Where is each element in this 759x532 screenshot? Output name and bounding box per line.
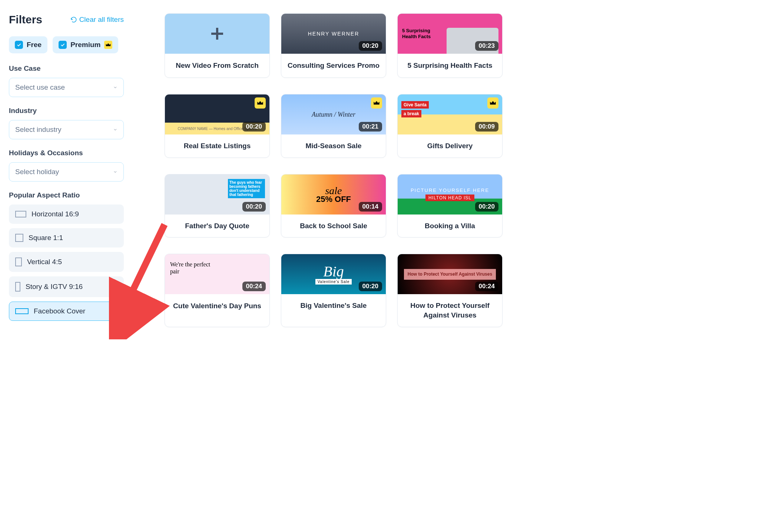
duration-badge: 00:24 (475, 282, 498, 291)
aspect-ratio-list: Horizontal 16:9 Square 1:1 Vertical 4:5 … (9, 205, 124, 321)
card-title: Back to School Sale (281, 215, 386, 237)
checkbox-checked-icon (59, 41, 67, 49)
clear-all-filters-button[interactable]: Clear all filters (70, 16, 124, 24)
ratio-square[interactable]: Square 1:1 (9, 228, 124, 247)
filters-title: Filters (9, 13, 42, 26)
duration-badge: 00:23 (475, 41, 498, 51)
chevron-down-icon (113, 170, 117, 174)
duration-badge: 00:20 (242, 202, 266, 212)
card-title: Consulting Services Promo (281, 54, 386, 77)
card-thumbnail: sale 25% OFF 00:14 (281, 174, 386, 215)
card-title: Gifts Delivery (398, 134, 502, 157)
industry-placeholder: Select industry (15, 126, 62, 134)
chevron-down-icon (113, 127, 117, 132)
template-card[interactable]: COMPANY NAME — Homes and Office Spaces 0… (165, 94, 270, 158)
crown-icon (487, 97, 498, 109)
template-card[interactable]: Big Valentine's Sale 00:20 Big Valentine… (281, 254, 386, 327)
duration-badge: 00:20 (475, 202, 498, 212)
thumb-text: The guys who fear becoming fathers don't… (228, 179, 265, 198)
checkbox-checked-icon (15, 41, 23, 49)
ratio-label: Horizontal 16:9 (32, 210, 79, 218)
ratio-label: Facebook Cover (34, 307, 85, 315)
template-card[interactable]: How to Protect Yourself Against Viruses … (397, 254, 503, 327)
filters-header: Filters Clear all filters (9, 13, 124, 26)
duration-badge: 00:20 (359, 282, 382, 291)
ratio-shape-icon (15, 282, 20, 292)
thumb-text: How to Protect Yourself Against Viruses (404, 269, 496, 280)
template-card[interactable]: The guys who fear becoming fathers don't… (165, 174, 270, 238)
card-thumbnail: Autumn / Winter 00:21 (281, 94, 386, 134)
thumb-text: HILTON HEAD ISL (425, 194, 474, 201)
ratio-horizontal[interactable]: Horizontal 16:9 (9, 205, 124, 224)
holidays-select[interactable]: Select holiday (9, 162, 124, 182)
card-thumbnail: 5 Surprising Health Facts 00:23 (398, 14, 502, 54)
duration-badge: 00:14 (359, 202, 382, 212)
use-case-select[interactable]: Select use case (9, 78, 124, 97)
card-thumbnail: How to Protect Yourself Against Viruses … (398, 254, 502, 294)
crown-icon (104, 41, 112, 49)
card-title: Booking a Villa (398, 215, 502, 237)
thumb-text: Give Santa (401, 101, 429, 109)
refresh-icon (70, 16, 77, 23)
ratio-shape-icon (15, 211, 26, 217)
pricing-filter-row: Free Premium (9, 36, 124, 53)
card-thumbnail: PICTURE YOURSELF HERE HILTON HEAD ISL 00… (398, 174, 502, 215)
ratio-facebook-cover[interactable]: Facebook Cover f (9, 302, 124, 321)
template-card[interactable]: 5 Surprising Health Facts 00:23 5 Surpri… (397, 13, 503, 78)
thumb-text: Big (323, 264, 344, 279)
template-card[interactable]: PICTURE YOURSELF HERE HILTON HEAD ISL 00… (397, 174, 503, 238)
use-case-label: Use Case (9, 64, 124, 73)
duration-badge: 00:20 (359, 41, 382, 51)
thumb-text: 25% OFF (316, 194, 351, 204)
crown-icon (255, 97, 266, 109)
card-thumbnail: HENRY WERNER 00:20 (281, 14, 386, 54)
card-title: Real Estate Listings (165, 134, 269, 157)
template-card[interactable]: Give Santa a break 00:09 Gifts Delivery (397, 94, 503, 158)
ratio-story[interactable]: Story & IGTV 9:16 (9, 276, 124, 297)
holidays-label: Holidays & Occasions (9, 149, 124, 157)
card-thumbnail (165, 14, 269, 54)
industry-label: Industry (9, 107, 124, 115)
premium-filter-chip[interactable]: Premium (53, 36, 118, 53)
facebook-icon: f (109, 307, 117, 315)
filters-sidebar: Filters Clear all filters Free Premium U… (9, 13, 124, 327)
premium-label: Premium (70, 41, 100, 49)
card-title: Mid-Season Sale (281, 134, 386, 157)
thumb-text: We're the perfect pair (170, 261, 215, 275)
crown-icon (371, 97, 382, 109)
card-title: Cute Valentine's Day Puns (165, 294, 269, 318)
card-thumbnail: The guys who fear becoming fathers don't… (165, 174, 269, 215)
card-thumbnail: Give Santa a break 00:09 (398, 94, 502, 134)
use-case-placeholder: Select use case (15, 83, 65, 92)
aspect-ratio-label: Popular Aspect Ratio (9, 191, 124, 199)
duration-badge: 00:21 (359, 122, 382, 132)
thumb-text: PICTURE YOURSELF HERE (411, 187, 489, 193)
card-thumbnail: We're the perfect pair 00:24 (165, 254, 269, 294)
thumb-text: a break (401, 110, 421, 117)
card-title: Father's Day Quote (165, 215, 269, 237)
ratio-shape-icon (15, 308, 29, 314)
template-card-new-scratch[interactable]: New Video From Scratch (165, 13, 270, 78)
card-thumbnail: Big Valentine's Sale 00:20 (281, 254, 386, 294)
ratio-vertical[interactable]: Vertical 4:5 (9, 252, 124, 272)
clear-all-label: Clear all filters (79, 16, 124, 24)
template-card[interactable]: HENRY WERNER 00:20 Consulting Services P… (281, 13, 386, 78)
plus-icon (208, 25, 226, 43)
template-card[interactable]: We're the perfect pair 00:24 Cute Valent… (165, 254, 270, 327)
duration-badge: 00:20 (242, 122, 266, 132)
card-title: 5 Surprising Health Facts (398, 54, 502, 77)
template-card[interactable]: Autumn / Winter 00:21 Mid-Season Sale (281, 94, 386, 158)
template-grid: New Video From Scratch HENRY WERNER 00:2… (165, 13, 503, 327)
thumb-text: 5 Surprising Health Facts (402, 28, 435, 39)
free-label: Free (27, 41, 42, 49)
ratio-label: Vertical 4:5 (27, 258, 62, 266)
ratio-label: Story & IGTV 9:16 (26, 283, 83, 291)
holidays-placeholder: Select holiday (15, 168, 59, 176)
industry-select[interactable]: Select industry (9, 120, 124, 139)
free-filter-chip[interactable]: Free (9, 36, 47, 53)
card-title: Big Valentine's Sale (281, 294, 386, 317)
card-title: New Video From Scratch (165, 54, 269, 77)
template-card[interactable]: sale 25% OFF 00:14 Back to School Sale (281, 174, 386, 238)
page-layout: Filters Clear all filters Free Premium U… (9, 13, 557, 327)
ratio-shape-icon (15, 257, 22, 266)
